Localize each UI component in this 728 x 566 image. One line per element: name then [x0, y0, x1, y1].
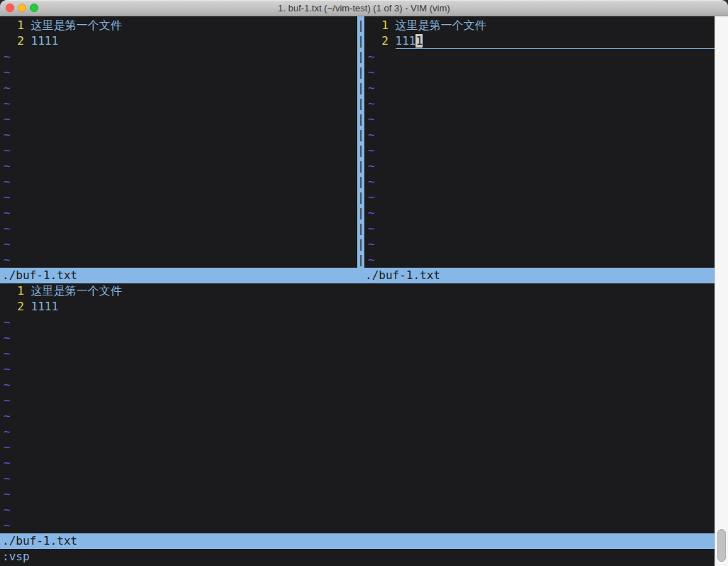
empty-line[interactable]: ~ [0, 236, 357, 252]
empty-line[interactable]: ~ [0, 361, 715, 377]
pane-top-left[interactable]: 1 这里是第一个文件 2 1111~~~~~~~~~~~~~~ [0, 18, 357, 268]
empty-line[interactable]: ~ [364, 190, 715, 205]
empty-line[interactable]: ~ [0, 408, 715, 424]
separator-bar-glyph: | [357, 18, 364, 33]
empty-line[interactable]: ~ [364, 80, 715, 96]
empty-line[interactable]: ~ [0, 518, 715, 533]
empty-line[interactable]: ~ [364, 143, 715, 158]
separator-bar-glyph: | [357, 143, 364, 158]
scrollbar-thumb[interactable] [717, 529, 726, 562]
pane-top-right[interactable]: 1 这里是第一个文件 2 1111~~~~~~~~~~~~~~ [364, 18, 715, 268]
empty-line[interactable]: ~ [0, 49, 357, 65]
buffer-line[interactable]: 1 这里是第一个文件 [0, 18, 357, 33]
empty-line[interactable]: ~ [364, 127, 715, 143]
separator-bar-glyph: | [357, 190, 364, 205]
empty-line[interactable]: ~ [364, 205, 715, 221]
empty-line[interactable]: ~ [0, 111, 357, 127]
empty-line[interactable]: ~ [0, 424, 715, 440]
buffer-line[interactable]: 2 1111 [364, 33, 715, 49]
vertical-split-separator[interactable]: |||||||||||||||| [357, 16, 364, 268]
empty-line[interactable]: ~ [364, 174, 715, 190]
empty-line[interactable]: ~ [364, 236, 715, 252]
empty-line[interactable]: ~ [0, 471, 715, 486]
title-bar[interactable]: 1. buf-1.txt (~/vim-test) (1 of 3) - VIM… [0, 0, 728, 16]
command-line[interactable]: :vsp [0, 549, 715, 565]
empty-line[interactable]: ~ [364, 252, 715, 268]
separator-bar-glyph: | [357, 33, 364, 49]
window-title: 1. buf-1.txt (~/vim-test) (1 of 3) - VIM… [0, 0, 728, 16]
scrollbar-track[interactable] [715, 16, 728, 566]
empty-line[interactable]: ~ [0, 80, 357, 96]
status-filename-right: ./buf-1.txt [365, 268, 440, 283]
buffer-line[interactable]: 1 这里是第一个文件 [364, 18, 715, 33]
pane-bottom[interactable]: 1 这里是第一个文件 2 1111~~~~~~~~~~~~~~ [0, 283, 715, 533]
separator-bar-glyph: | [357, 49, 364, 65]
empty-line[interactable]: ~ [364, 49, 715, 65]
empty-line[interactable]: ~ [0, 315, 715, 330]
buffer-line[interactable]: 2 1111 [0, 33, 357, 49]
empty-line[interactable]: ~ [0, 486, 715, 502]
empty-line[interactable]: ~ [364, 221, 715, 236]
status-line-top[interactable]: ./buf-1.txt ./buf-1.txt [0, 268, 715, 283]
empty-line[interactable]: ~ [0, 330, 715, 346]
empty-line[interactable]: ~ [0, 205, 357, 221]
empty-line[interactable]: ~ [0, 190, 357, 205]
empty-line[interactable]: ~ [0, 346, 715, 361]
empty-line[interactable]: ~ [0, 96, 357, 111]
buffer-line[interactable]: 1 这里是第一个文件 [0, 283, 715, 299]
separator-bar-glyph: | [357, 158, 364, 174]
empty-line[interactable]: ~ [0, 221, 357, 236]
status-filename-bottom: ./buf-1.txt [2, 533, 77, 549]
status-line-bottom[interactable]: ./buf-1.txt [0, 533, 715, 549]
separator-bar-glyph: | [357, 252, 364, 268]
empty-line[interactable]: ~ [0, 440, 715, 455]
empty-line[interactable]: ~ [0, 377, 715, 393]
macvim-window: 1. buf-1.txt (~/vim-test) (1 of 3) - VIM… [0, 0, 728, 566]
empty-line[interactable]: ~ [0, 158, 357, 174]
separator-bar-glyph: | [357, 96, 364, 111]
vim-editor-area[interactable]: 1 这里是第一个文件 2 1111~~~~~~~~~~~~~~ ||||||||… [0, 16, 715, 566]
empty-line[interactable]: ~ [0, 174, 357, 190]
separator-bar-glyph: | [357, 111, 364, 127]
empty-line[interactable]: ~ [0, 252, 357, 268]
separator-bar-glyph: | [357, 205, 364, 221]
empty-line[interactable]: ~ [364, 111, 715, 127]
separator-bar-glyph: | [357, 65, 364, 80]
empty-line[interactable]: ~ [0, 502, 715, 518]
empty-line[interactable]: ~ [0, 393, 715, 408]
empty-line[interactable]: ~ [364, 158, 715, 174]
command-text: :vsp [2, 550, 30, 563]
separator-bar-glyph: | [357, 236, 364, 252]
empty-line[interactable]: ~ [0, 455, 715, 471]
empty-line[interactable]: ~ [364, 96, 715, 111]
empty-line[interactable]: ~ [0, 127, 357, 143]
separator-bar-glyph: | [357, 221, 364, 236]
status-filename-left: ./buf-1.txt [2, 268, 77, 283]
separator-bar-glyph: | [357, 127, 364, 143]
empty-line[interactable]: ~ [0, 143, 357, 158]
empty-line[interactable]: ~ [364, 65, 715, 80]
empty-line[interactable]: ~ [0, 65, 357, 80]
buffer-line[interactable]: 2 1111 [0, 299, 715, 315]
separator-bar-glyph: | [357, 174, 364, 190]
vim-cursor: 1 [415, 34, 423, 48]
separator-bar-glyph: | [357, 80, 364, 96]
